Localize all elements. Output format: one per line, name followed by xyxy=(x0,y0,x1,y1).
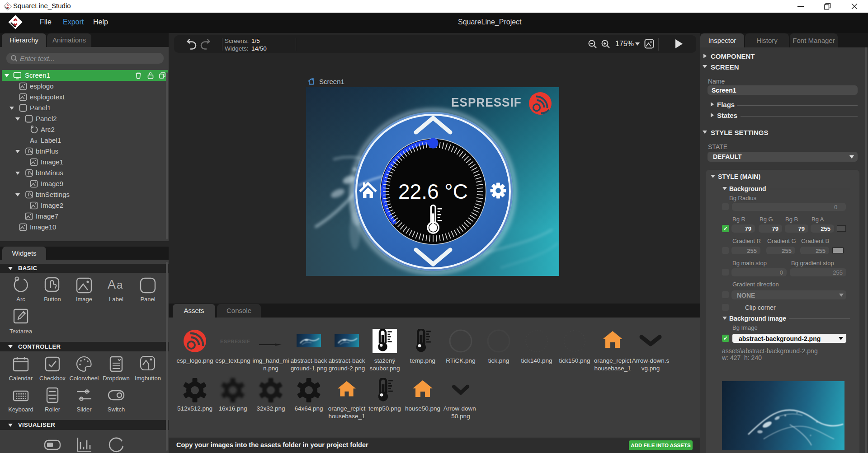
svg-text:22.6 °C: 22.6 °C xyxy=(398,180,468,203)
svg-text:a: a xyxy=(117,279,123,291)
svg-text:A: A xyxy=(30,137,34,144)
svg-text:A: A xyxy=(108,278,116,291)
svg-text:a: a xyxy=(34,138,38,144)
